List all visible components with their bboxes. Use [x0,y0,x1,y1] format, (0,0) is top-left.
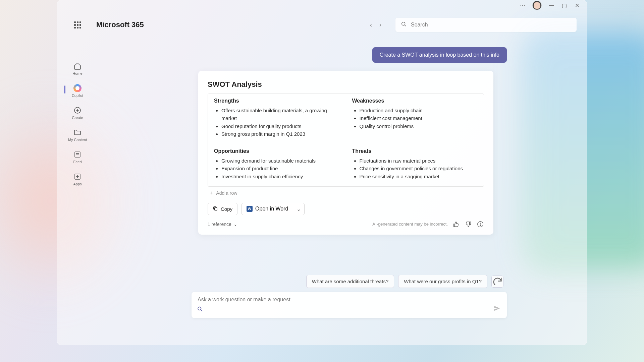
suggestions-row: What are some additional threats? What w… [306,275,503,288]
avatar[interactable] [532,1,542,10]
chevron-down-icon: ⌄ [233,222,237,227]
list-item: Good reputation for quality products [221,122,340,130]
card-footer: 1 reference ⌄ AI-generated content may b… [208,221,484,228]
feedback-icons [452,221,484,228]
disclaimer-text: AI-generated content may be incorrect. [372,222,448,227]
create-icon [73,106,82,114]
word-icon: W [247,206,253,212]
thumbs-down-icon[interactable] [465,221,472,228]
plus-icon: + [210,190,213,196]
swot-title: SWOT Analysis [208,80,484,89]
sidebar-item-home[interactable]: Home [71,61,84,77]
ai-response-card: SWOT Analysis Strengths Offers sustainab… [198,71,493,235]
open-word-button: W Open in Word ⌄ [241,203,305,215]
table-row: Opportunities Growing demand for sustain… [208,144,484,186]
reference-toggle[interactable]: 1 reference ⌄ [208,222,237,227]
sidebar-item-feed[interactable]: Feed [72,149,83,165]
list-item: Quality control problems [360,122,478,130]
list-item: Production and supply chain [360,107,478,114]
swot-heading: Weaknesses [352,98,478,104]
sidebar-item-label: Apps [73,182,82,186]
list-item: Investment in supply chain efficiency [221,173,340,180]
reference-label: 1 reference [208,222,231,227]
sidebar: Home Copilot Create My Content Feed Apps [64,61,91,187]
chat-input[interactable] [198,297,501,303]
header: Microsoft 365 ‹ › [74,16,577,33]
input-toolbar: ⚲ [198,305,501,313]
open-word-main[interactable]: W Open in Word [242,203,293,215]
brand-title: Microsoft 365 [96,20,144,29]
list-item: Price sensitivity in a sagging market [360,173,478,180]
refresh-icon[interactable] [491,276,503,288]
folder-icon [73,128,82,136]
sidebar-item-label: Create [72,116,83,120]
sidebar-item-label: My Content [68,138,87,142]
chat-area: Create a SWOT analysis in loop based on … [151,47,520,331]
svg-line-1 [405,25,406,26]
sidebar-item-label: Feed [73,160,82,164]
list-item: Expansion of product line [221,165,340,172]
swot-grid: Strengths Offers sustainable building ma… [208,94,484,187]
suggestion-pill[interactable]: What are some additional threats? [306,275,394,288]
swot-heading: Opportunities [214,148,340,154]
list-item: Offers sustainable building materials, a… [221,107,340,122]
swot-heading: Threats [352,148,478,154]
minimize-icon[interactable]: — [548,2,554,8]
svg-rect-11 [214,207,217,210]
nav-arrows: ‹ › [369,20,383,30]
sidebar-item-copilot[interactable]: Copilot [70,83,85,99]
add-row-button[interactable]: + Add a row [208,187,484,199]
list-item: Strong gross profit margin in Q1 2023 [221,130,340,138]
swot-weaknesses-cell[interactable]: Weaknesses Production and supply chain I… [346,94,484,144]
sidebar-item-label: Home [72,71,82,75]
action-row: Copy W Open in Word ⌄ [208,203,484,215]
chevron-down-icon[interactable]: ⌄ [293,203,304,215]
titlebar: ⋯ — ▢ ✕ [513,0,587,10]
app-launcher-icon[interactable] [74,21,81,28]
copy-label: Copy [221,206,232,212]
feed-icon [73,150,82,159]
suggestion-pill[interactable]: What were our gross profits in Q1? [398,275,487,288]
app-window: ⋯ — ▢ ✕ Microsoft 365 ‹ › Home Copilot [57,0,587,345]
swot-heading: Strengths [214,98,340,104]
apps-icon [73,173,82,181]
list-item: Inefficient cost management [360,114,478,122]
maximize-icon[interactable]: ▢ [561,2,567,8]
svg-rect-5 [75,152,80,157]
sidebar-item-create[interactable]: Create [70,105,84,121]
svg-point-0 [402,22,405,25]
report-icon[interactable] [477,221,484,228]
sidebar-item-label: Copilot [72,94,83,98]
thumbs-up-icon[interactable] [452,221,460,228]
svg-point-14 [480,225,480,226]
back-icon[interactable]: ‹ [369,20,373,30]
forward-icon[interactable]: › [378,20,383,30]
sidebar-item-mycontent[interactable]: My Content [67,127,88,143]
add-row-label: Add a row [216,190,237,196]
list-item: Fluctuations in raw material prices [360,157,478,165]
more-icon[interactable]: ⋯ [520,2,526,8]
search-input[interactable] [411,22,571,28]
copy-button[interactable]: Copy [208,203,237,215]
swot-opportunities-cell[interactable]: Opportunities Growing demand for sustain… [208,144,346,186]
close-icon[interactable]: ✕ [574,2,580,8]
table-row: Strengths Offers sustainable building ma… [208,94,484,144]
search-bar[interactable] [395,18,577,32]
chat-input-box[interactable]: ⚲ [192,292,507,318]
list-item: Growing demand for sustainable materials [221,157,340,165]
sidebar-item-apps[interactable]: Apps [72,171,83,187]
search-icon [401,21,407,28]
swot-threats-cell[interactable]: Threats Fluctuations in raw material pri… [346,144,484,186]
attach-icon[interactable]: ⚲ [196,304,205,314]
swot-strengths-cell[interactable]: Strengths Offers sustainable building ma… [208,94,346,144]
copy-icon [213,206,218,212]
user-message: Create a SWOT analysis in loop based on … [372,47,507,63]
home-icon [73,62,82,70]
open-word-label: Open in Word [255,206,288,212]
send-icon[interactable] [493,305,501,313]
copilot-icon [73,84,82,92]
list-item: Changes in government policies or regula… [360,165,478,172]
